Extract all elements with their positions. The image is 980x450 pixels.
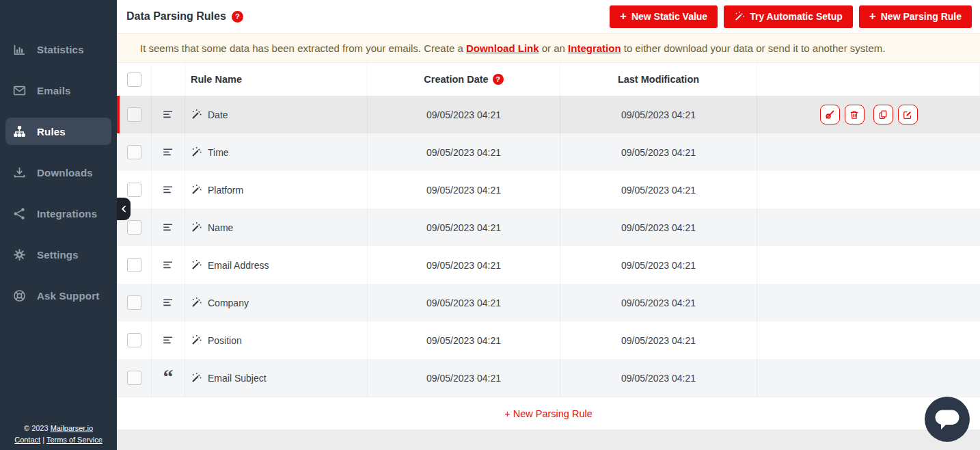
sidebar-item-statistics[interactable]: Statistics xyxy=(5,36,111,63)
add-parsing-rule-link[interactable]: + New Parsing Rule xyxy=(504,408,593,419)
button-label: Try Automatic Setup xyxy=(750,11,843,22)
table-footer: + New Parsing Rule xyxy=(117,397,980,429)
button-label: New Parsing Rule xyxy=(881,11,962,22)
integration-link[interactable]: Integration xyxy=(568,42,621,54)
share-nodes-icon xyxy=(12,207,27,221)
row-checkbox[interactable] xyxy=(127,333,141,347)
plus-icon: + xyxy=(620,10,627,22)
creation-date-value: 09/05/2023 04:21 xyxy=(368,209,560,246)
chevron-left-icon xyxy=(120,204,128,214)
sidebar-item-rules[interactable]: Rules xyxy=(5,118,111,145)
sidebar-item-downloads[interactable]: Downloads xyxy=(5,159,111,186)
row-checkbox[interactable] xyxy=(127,295,141,310)
terms-link[interactable]: Terms of Service xyxy=(46,436,103,444)
table-row[interactable]: Time 09/05/2023 04:21 09/05/2023 04:21 xyxy=(117,133,980,171)
row-checkbox[interactable] xyxy=(127,258,141,272)
column-header-rule-name: Rule Name xyxy=(185,63,368,96)
align-left-icon xyxy=(162,259,174,272)
row-checkbox[interactable] xyxy=(127,183,141,197)
column-header-label: Creation Date xyxy=(424,74,488,85)
align-left-icon xyxy=(162,297,174,309)
column-header-creation-date: Creation Date ? xyxy=(368,63,560,96)
row-checkbox[interactable] xyxy=(127,220,141,235)
trash-icon xyxy=(849,109,860,120)
rule-name-link[interactable]: Email Address xyxy=(208,260,269,271)
table-row[interactable]: Date 09/05/2023 04:21 09/05/2023 04:21 xyxy=(117,96,980,133)
try-automatic-setup-button[interactable]: Try Automatic Setup xyxy=(724,5,853,28)
creation-date-value: 09/05/2023 04:21 xyxy=(368,96,560,133)
sidebar-item-emails[interactable]: Emails xyxy=(5,77,111,104)
rule-name-link[interactable]: Date xyxy=(208,109,228,120)
rule-name-link[interactable]: Position xyxy=(208,335,242,346)
button-label: New Static Value xyxy=(631,11,707,22)
duplicate-rule-button[interactable] xyxy=(873,105,893,124)
table-row[interactable]: Platform 09/05/2023 04:21 09/05/2023 04:… xyxy=(117,171,980,209)
magic-wand-icon xyxy=(191,109,202,120)
sidebar-item-label: Settings xyxy=(37,249,79,261)
rule-name-link[interactable]: Email Subject xyxy=(208,373,267,384)
last-modification-value: 09/05/2023 04:21 xyxy=(560,284,757,321)
notice-text: It seems that some data has been extract… xyxy=(140,42,466,54)
header-type-cell xyxy=(152,63,185,96)
chat-widget-button[interactable] xyxy=(925,397,970,442)
creation-date-value: 09/05/2023 04:21 xyxy=(368,359,560,397)
magic-wand-icon xyxy=(191,372,202,384)
table-header-row: Rule Name Creation Date ? Last Modificat… xyxy=(117,63,980,96)
creation-date-help-icon[interactable]: ? xyxy=(493,74,504,85)
sidebar-item-label: Integrations xyxy=(37,208,97,220)
sidebar-item-label: Ask Support xyxy=(37,290,99,302)
align-left-icon xyxy=(162,334,174,347)
last-modification-value: 09/05/2023 04:21 xyxy=(560,321,757,359)
sidebar-item-integrations[interactable]: Integrations xyxy=(5,200,111,227)
row-checkbox[interactable] xyxy=(127,107,141,122)
row-checkbox[interactable] xyxy=(127,371,141,385)
chat-bubble-icon xyxy=(925,397,970,442)
align-left-icon xyxy=(162,222,174,234)
rule-name-link[interactable]: Time xyxy=(208,147,229,158)
creation-date-value: 09/05/2023 04:21 xyxy=(368,246,560,284)
sidebar-collapse-button[interactable] xyxy=(117,198,131,220)
rule-name-link[interactable]: Platform xyxy=(208,185,243,196)
legal-line: Contact | Terms of Service xyxy=(0,434,117,446)
magic-wand-icon xyxy=(191,297,202,308)
magic-wand-icon xyxy=(191,334,202,346)
table-row[interactable]: Name 09/05/2023 04:21 09/05/2023 04:21 xyxy=(117,209,980,246)
sidebar-item-label: Emails xyxy=(37,85,71,96)
contact-link[interactable]: Contact xyxy=(14,436,40,444)
sidebar-item-settings[interactable]: Settings xyxy=(5,241,111,268)
header-actions-cell xyxy=(757,63,980,96)
row-checkbox[interactable] xyxy=(127,145,141,159)
magic-wand-icon xyxy=(191,184,202,196)
column-header-last-modification: Last Modification xyxy=(560,63,757,96)
table-row[interactable]: “ Email Subject 09/05/2023 04:21 09/05/2… xyxy=(117,359,980,397)
delete-rule-button[interactable] xyxy=(845,105,865,124)
select-all-checkbox[interactable] xyxy=(127,72,141,87)
page-background-strip xyxy=(117,429,980,450)
life-ring-icon xyxy=(12,289,27,303)
rule-name-link[interactable]: Name xyxy=(208,222,233,233)
last-modification-value: 09/05/2023 04:21 xyxy=(560,171,757,209)
table-row[interactable]: Company 09/05/2023 04:21 09/05/2023 04:2… xyxy=(117,284,980,321)
header-checkbox-cell xyxy=(117,63,152,96)
edit-rule-button[interactable] xyxy=(898,105,918,124)
creation-date-value: 09/05/2023 04:21 xyxy=(368,171,560,209)
brand-link[interactable]: Mailparser.io xyxy=(51,424,93,432)
title-help-icon[interactable]: ? xyxy=(232,11,243,23)
new-static-value-button[interactable]: + New Static Value xyxy=(610,5,718,28)
unassign-rule-button[interactable] xyxy=(820,105,840,124)
new-parsing-rule-button[interactable]: + New Parsing Rule xyxy=(859,5,972,28)
last-modification-value: 09/05/2023 04:21 xyxy=(560,246,757,284)
rule-name-link[interactable]: Company xyxy=(208,297,249,308)
unlink-icon xyxy=(824,109,836,120)
table-row[interactable]: Position 09/05/2023 04:21 09/05/2023 04:… xyxy=(117,321,980,359)
copyright-line: © 2023 Mailparser.io xyxy=(0,423,117,434)
sidebar-item-label: Rules xyxy=(37,126,66,137)
edit-icon xyxy=(902,109,913,120)
sidebar-item-ask-support[interactable]: Ask Support xyxy=(5,282,111,309)
bar-chart-icon xyxy=(12,42,27,57)
table-row[interactable]: Email Address 09/05/2023 04:21 09/05/202… xyxy=(117,246,980,284)
envelope-icon xyxy=(12,83,27,98)
creation-date-value: 09/05/2023 04:21 xyxy=(368,133,560,171)
sidebar-item-label: Statistics xyxy=(37,44,84,55)
download-link[interactable]: Download Link xyxy=(466,42,539,54)
